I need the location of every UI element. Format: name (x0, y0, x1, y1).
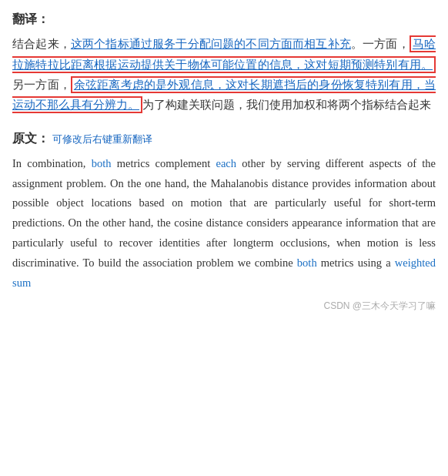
original-title: 原文：可修改后右键重新翻译 (12, 129, 436, 149)
watermark: CSDN @三木今天学习了嘛 (12, 299, 436, 314)
original-subtitle: 可修改后右键重新翻译 (52, 133, 152, 145)
translation-section: 翻译： 结合起来，这两个指标通过服务于分配问题的不同方面而相互补充。一方面，马哈… (12, 9, 436, 115)
highlight-each-1: each (216, 157, 237, 169)
translation-title-text: 翻译： (12, 12, 49, 25)
highlight-both-1: both (92, 157, 112, 169)
original-body: In combination, both metrics complement … (12, 154, 436, 293)
highlight-blue-1: 这两个指标通过服务于分配问题的不同方面而相互补充 (71, 38, 351, 50)
translation-title: 翻译： (12, 9, 436, 29)
original-title-text: 原文： (12, 132, 49, 145)
highlight-weighted-sum: weighted sum (12, 256, 436, 289)
original-section: 原文：可修改后右键重新翻译 In combination, both metri… (12, 129, 436, 293)
translation-body: 结合起来，这两个指标通过服务于分配问题的不同方面而相互补充。一方面，马哈拉施特拉… (12, 34, 436, 115)
red-box-2: 余弦距离考虑的是外观信息，这对长期遮挡后的身份恢复特别有用，当运动不那么具有分辨… (12, 76, 436, 113)
highlight-blue-3: 余弦距离考虑的是外观信息，这对长期遮挡后的身份恢复特别有用，当运动不那么具有分辨… (12, 79, 436, 111)
highlight-both-2: both (297, 256, 317, 269)
